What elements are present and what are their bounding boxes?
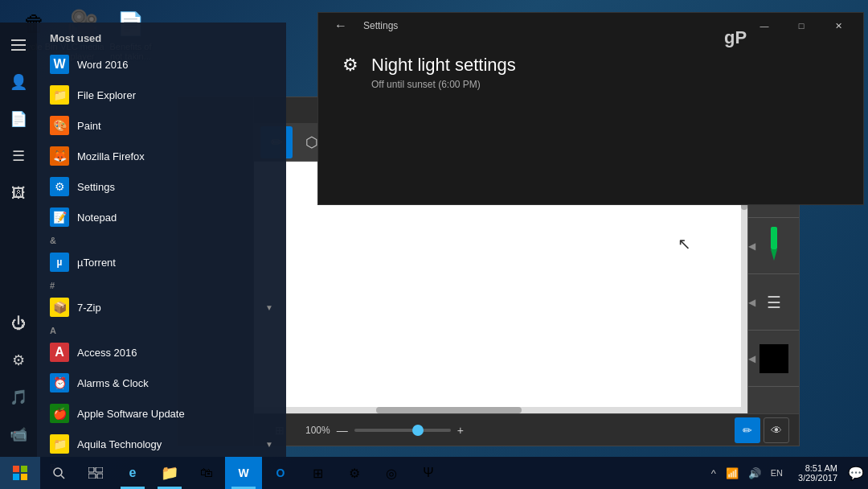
taskbar-clock[interactable]: 8:51 AM 3/29/2017 <box>792 463 844 483</box>
word-label: Word 2016 <box>77 59 128 71</box>
svg-rect-8 <box>21 474 27 480</box>
taskbar-icons: e 📁 🛍 W O ⊞ ⚙ ◎ Ψ <box>40 457 702 489</box>
start-menu: Most used W Word 2016 📁 File Explorer 🎨 … <box>37 23 286 457</box>
start-button[interactable] <box>0 457 40 489</box>
start-menu-item-notepad[interactable]: 📝 Notepad <box>37 202 286 232</box>
start-menu-item-aquila[interactable]: 📁 Aquila Technology ▼ <box>37 429 286 459</box>
taskbar-time: 8:51 AM <box>798 463 837 473</box>
settings-side-icon: ☰ <box>767 293 781 312</box>
ink-side-color[interactable]: ◀ <box>748 331 799 387</box>
settings-icon: ⚙ <box>50 177 69 196</box>
start-menu-item-7zip[interactable]: 📦 7-Zip ▼ <box>37 292 286 323</box>
settings-close-button[interactable]: ✕ <box>820 13 857 39</box>
taskbar-browser[interactable]: ◎ <box>373 457 410 489</box>
zoom-area: 100% — + <box>305 424 464 437</box>
zoom-slider-thumb[interactable] <box>412 425 424 436</box>
taskbar-connect[interactable]: ⊞ <box>299 457 336 489</box>
canvas-hscrollbar[interactable] <box>254 407 741 413</box>
start-menu-item-paint[interactable]: 🎨 Paint <box>37 110 286 141</box>
file-explorer-label: File Explorer <box>77 89 136 101</box>
ink-blue-action-button[interactable]: ✏ <box>735 417 760 443</box>
sidebar-video[interactable]: 📹 <box>2 418 35 450</box>
notepad-label: Notepad <box>77 212 117 224</box>
sidebar-hamburger[interactable] <box>2 29 35 61</box>
taskbar-edge[interactable]: e <box>114 457 151 489</box>
notification-center-button[interactable]: 💬 <box>844 457 868 489</box>
collapse-pen-icon: ◀ <box>748 240 755 252</box>
taskbar-task-view[interactable] <box>77 457 114 489</box>
section-a: A <box>37 323 286 337</box>
zoom-slider[interactable] <box>354 429 451 432</box>
start-menu-item-utorrent[interactable]: µ µTorrent <box>37 247 286 277</box>
settings-titlebar: ← Settings — □ ✕ <box>318 13 863 39</box>
aquila-expand-icon: ▼ <box>265 440 273 449</box>
svg-rect-1 <box>11 44 26 46</box>
taskbar-settings[interactable]: ⚙ <box>336 457 373 489</box>
cursor-icon: ↖ <box>678 234 691 253</box>
taskbar-store[interactable]: 🛍 <box>188 457 225 489</box>
aquila-label: Aquila Technology <box>77 438 162 450</box>
gp-logo: gP <box>724 27 747 48</box>
svg-rect-14 <box>97 474 103 479</box>
tray-expand[interactable]: ^ <box>709 467 719 479</box>
settings-maximize-button[interactable]: □ <box>783 13 820 39</box>
taskbar-outlook[interactable]: O <box>262 457 299 489</box>
desktop: 🗑 Recycle Bin 🎥 VLC media player 📄 Benef… <box>0 0 868 489</box>
7zip-expand-icon: ▼ <box>265 303 273 312</box>
settings-content: ⚙ Night light settings Off until sunset … <box>318 39 863 106</box>
settings-back-button[interactable]: ← <box>325 18 357 33</box>
night-light-icon: ⚙ <box>342 55 358 76</box>
settings-text-block: Night light settings Off until sunset (6… <box>371 55 516 90</box>
taskbar-tray: ^ 📶 🔊 EN <box>702 457 792 489</box>
taskbar-more[interactable]: Ψ <box>410 457 447 489</box>
tray-battery[interactable]: EN <box>768 468 785 478</box>
sidebar-settings[interactable]: ⚙ <box>2 344 35 376</box>
start-menu-item-word[interactable]: W Word 2016 <box>37 49 286 80</box>
start-menu-item-alarms[interactable]: ⏰ Alarms & Clock <box>37 368 286 398</box>
word-icon: W <box>50 55 69 74</box>
apple-update-icon: 🍎 <box>50 404 69 423</box>
taskbar-file-explorer[interactable]: 📁 <box>151 457 188 489</box>
ink-side-pen[interactable]: ◀ <box>748 218 799 274</box>
paint-icon: 🎨 <box>50 116 69 135</box>
sidebar-user[interactable]: 👤 <box>2 66 35 98</box>
svg-line-10 <box>61 475 64 479</box>
start-menu-item-settings[interactable]: ⚙ Settings <box>37 171 286 202</box>
ink-status-actions: ✏ 👁 <box>735 417 789 443</box>
access-label: Access 2016 <box>77 347 137 359</box>
start-menu-item-file-explorer[interactable]: 📁 File Explorer <box>37 80 286 110</box>
taskbar: e 📁 🛍 W O ⊞ ⚙ ◎ Ψ ^ 📶 🔊 EN 8:51 AM 3 <box>0 457 868 489</box>
apple-update-label: Apple Software Update <box>77 408 185 420</box>
settings-minimize-button[interactable]: — <box>746 13 783 39</box>
zoom-level: 100% <box>305 425 330 436</box>
zoom-minus-icon[interactable]: — <box>337 424 348 437</box>
aquila-icon: 📁 <box>50 434 69 454</box>
section-ampersand: & <box>37 232 286 247</box>
start-menu-item-access[interactable]: A Access 2016 <box>37 337 286 368</box>
file-explorer-icon: 📁 <box>50 85 69 105</box>
start-menu-item-apple-update[interactable]: 🍎 Apple Software Update <box>37 398 286 429</box>
taskbar-word[interactable]: W <box>225 457 262 489</box>
zoom-plus-icon[interactable]: + <box>457 424 464 437</box>
taskbar-search[interactable] <box>40 457 77 489</box>
ink-side-settings[interactable]: ◀ ☰ <box>748 274 799 331</box>
ink-preview-button[interactable]: 👁 <box>764 417 789 443</box>
svg-rect-2 <box>11 49 26 51</box>
sidebar-music[interactable]: 🎵 <box>2 381 35 413</box>
start-menu-header: Most used <box>37 23 286 49</box>
section-hash: # <box>37 277 286 292</box>
tray-network[interactable]: 📶 <box>723 467 741 479</box>
utorrent-label: µTorrent <box>77 257 116 269</box>
sidebar-documents[interactable]: 📄 <box>2 103 35 135</box>
canvas-hscrollthumb[interactable] <box>376 407 522 413</box>
sidebar-list[interactable]: ☰ <box>2 140 35 172</box>
notepad-icon: 📝 <box>50 208 69 227</box>
tray-volume[interactable]: 🔊 <box>746 467 764 479</box>
pen-visual <box>766 225 782 267</box>
sidebar-photos[interactable]: 🖼 <box>2 177 35 209</box>
start-menu-item-firefox[interactable]: 🦊 Mozilla Firefox <box>37 141 286 171</box>
paint-label: Paint <box>77 120 101 132</box>
7zip-label: 7-Zip <box>77 302 101 314</box>
settings-window-title: Settings <box>363 20 398 31</box>
sidebar-power[interactable]: ⏻ <box>2 307 35 339</box>
